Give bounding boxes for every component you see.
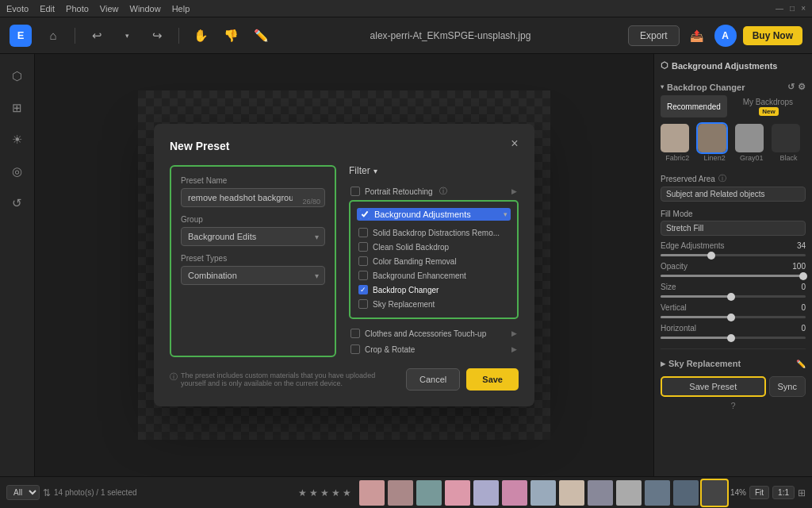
star-3[interactable]: ★: [320, 487, 329, 498]
swatch-fabric2-color[interactable]: [661, 124, 689, 152]
preserved-info-icon[interactable]: ⓘ: [718, 173, 726, 184]
window-close[interactable]: ×: [801, 4, 806, 13]
clothes-accessories-item[interactable]: Clothes and Accessories Touch-up ▶: [349, 325, 519, 341]
thumb-6[interactable]: [502, 480, 527, 506]
fill-mode-select[interactable]: Stretch Fill: [661, 221, 806, 236]
settings-icon[interactable]: ⚙: [798, 82, 806, 92]
swatch-fabric2[interactable]: Fabric2: [661, 124, 695, 162]
filter-icon[interactable]: ◎: [5, 159, 30, 184]
thumb-4[interactable]: [445, 480, 470, 506]
redo-button[interactable]: ↪: [145, 24, 169, 48]
cancel-button[interactable]: Cancel: [406, 368, 460, 391]
one-to-one-button[interactable]: 1:1: [772, 486, 795, 499]
tab-recommended[interactable]: Recommended: [661, 95, 727, 117]
menu-photo[interactable]: Photo: [66, 4, 89, 13]
group-select[interactable]: Background Edits: [181, 227, 325, 246]
thumb-3[interactable]: [416, 480, 442, 506]
pan-tool[interactable]: ✋: [189, 24, 213, 48]
thumb-13[interactable]: [702, 480, 727, 506]
preserved-area-select[interactable]: Subject and Related objects: [661, 187, 806, 202]
vertical-thumb[interactable]: [727, 314, 735, 321]
thumb-8[interactable]: [559, 480, 584, 506]
star-2[interactable]: ★: [309, 487, 318, 498]
portrait-retouching-item[interactable]: Portrait Retouching ⓘ ▶: [349, 183, 519, 200]
undo-dropdown[interactable]: ▾: [115, 24, 139, 48]
sync-button[interactable]: Sync: [769, 376, 806, 397]
swatch-gray01[interactable]: Gray01: [735, 124, 769, 162]
reset-icon[interactable]: ↺: [787, 82, 795, 92]
thumb-9[interactable]: [588, 480, 613, 506]
buy-now-button[interactable]: Buy Now: [743, 26, 802, 45]
star-4[interactable]: ★: [331, 487, 340, 498]
sky-replacement-checkbox[interactable]: [358, 299, 368, 309]
star-5[interactable]: ★: [343, 487, 351, 498]
undo-button[interactable]: ↩: [85, 24, 109, 48]
horizontal-track[interactable]: [661, 337, 806, 339]
crop-rotate-item[interactable]: Crop & Rotate ▶: [349, 341, 519, 357]
vertical-track[interactable]: [661, 316, 806, 318]
filter-header[interactable]: Filter ▾: [349, 165, 519, 176]
backdrop-changer-section[interactable]: ▾ Backdrop Changer ↺ ⚙: [661, 82, 806, 92]
filter-solid-backdrop-distractions[interactable]: Solid Backdrop Distractions Remo...: [357, 225, 511, 240]
thumb-2[interactable]: [388, 480, 413, 506]
filter-color-banding-removal[interactable]: Color Banding Removal: [357, 254, 511, 268]
filter-sky-replacement[interactable]: Sky Replacement: [357, 297, 511, 311]
menu-help[interactable]: Help: [172, 4, 190, 13]
adjust-icon[interactable]: ☀: [5, 127, 30, 152]
menu-app[interactable]: Evoto: [6, 4, 29, 13]
horizontal-thumb[interactable]: [727, 334, 735, 342]
background-enhancement-checkbox[interactable]: [358, 271, 368, 280]
edge-adjustments-track[interactable]: [661, 254, 806, 256]
star-1[interactable]: ★: [298, 487, 307, 498]
save-preset-button[interactable]: Save Preset: [661, 376, 766, 397]
thumb-1[interactable]: [359, 480, 385, 506]
size-thumb[interactable]: [727, 293, 735, 301]
thumb-10[interactable]: [616, 480, 642, 506]
tools-icon[interactable]: ⬡: [5, 64, 30, 89]
size-track[interactable]: [661, 295, 806, 298]
avatar[interactable]: A: [714, 25, 737, 47]
sky-replacement-section[interactable]: ▶ Sky Replacement ✏️: [661, 359, 806, 368]
window-minimize[interactable]: —: [776, 4, 783, 13]
backdrop-changer-checkbox[interactable]: [358, 285, 368, 294]
background-adjustments-checkbox[interactable]: [360, 210, 370, 219]
crop-rotate-checkbox[interactable]: [350, 344, 360, 354]
crop-icon[interactable]: ⊞: [5, 95, 30, 121]
grid-icon[interactable]: ⊞: [798, 487, 806, 498]
swatch-gray01-color[interactable]: [735, 124, 764, 152]
preset-types-select[interactable]: Combination: [181, 266, 325, 285]
thumb-5[interactable]: [473, 480, 499, 506]
thumb-11[interactable]: [645, 480, 670, 506]
sky-settings-icon[interactable]: ✏️: [796, 360, 806, 368]
sort-icon[interactable]: ⇅: [43, 487, 51, 498]
share-icon[interactable]: 📤: [686, 25, 708, 47]
menu-window[interactable]: Window: [130, 4, 161, 13]
background-adjustments-header[interactable]: Background Adjustments ▾: [357, 208, 511, 221]
menu-view[interactable]: View: [100, 4, 119, 13]
opacity-track[interactable]: [661, 275, 806, 277]
fit-button[interactable]: Fit: [749, 486, 769, 499]
edge-adjustments-thumb[interactable]: [707, 252, 715, 260]
home-button[interactable]: ⌂: [41, 24, 65, 48]
clothes-accessories-checkbox[interactable]: [350, 329, 360, 338]
modal-close-button[interactable]: ×: [506, 135, 523, 152]
opacity-thumb[interactable]: [799, 272, 807, 280]
swatch-linen2-color[interactable]: [698, 124, 726, 152]
export-button[interactable]: Export: [628, 25, 680, 46]
swatch-black[interactable]: Black: [772, 124, 806, 162]
color-banding-removal-checkbox[interactable]: [358, 256, 368, 266]
reject-tool[interactable]: 👎: [219, 24, 243, 48]
history-icon[interactable]: ↺: [5, 190, 30, 216]
menu-edit[interactable]: Edit: [40, 4, 55, 13]
thumb-12[interactable]: [673, 480, 699, 506]
tab-my-backdrops[interactable]: My Backdrops New: [730, 95, 806, 117]
swatch-black-color[interactable]: [772, 124, 800, 152]
brush-tool[interactable]: ✏️: [249, 24, 273, 48]
filter-background-enhancement[interactable]: Background Enhancement: [357, 268, 511, 283]
portrait-retouching-checkbox[interactable]: [350, 187, 360, 196]
thumb-7[interactable]: [530, 480, 556, 506]
save-button[interactable]: Save: [466, 368, 519, 391]
filter-backdrop-changer[interactable]: Backdrop Changer: [357, 283, 511, 297]
swatch-linen2[interactable]: Linen2: [698, 124, 732, 162]
help-icon[interactable]: ?: [730, 401, 735, 410]
